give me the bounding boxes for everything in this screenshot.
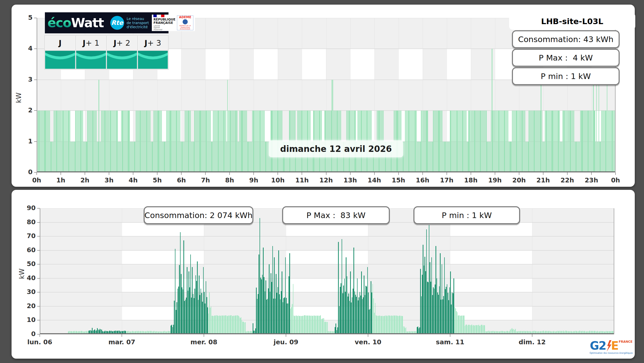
bar — [428, 142, 429, 172]
bar — [199, 111, 200, 172]
bar — [575, 142, 576, 172]
bar — [235, 315, 236, 334]
bar — [289, 276, 289, 334]
bar — [103, 111, 103, 172]
tab-j1[interactable]: J + 1 — [76, 36, 106, 69]
bar — [257, 111, 257, 172]
bar — [426, 229, 427, 334]
bar — [62, 111, 63, 172]
x-tick-label: ven. 10 — [355, 338, 381, 346]
bar — [264, 111, 265, 172]
bar — [120, 142, 120, 172]
bar — [123, 111, 123, 172]
bar — [247, 142, 248, 172]
bar — [176, 111, 176, 172]
bar — [371, 292, 372, 334]
bar — [169, 111, 169, 172]
bar — [43, 111, 44, 172]
bar — [37, 111, 38, 172]
bar — [216, 111, 216, 172]
bar — [376, 315, 377, 334]
bar — [543, 142, 544, 172]
bar — [49, 111, 50, 172]
bar — [360, 292, 360, 334]
rte-tagline: Le réseau de transport d'électricité — [127, 17, 149, 29]
bar — [456, 311, 457, 334]
bar — [476, 111, 476, 172]
day-tabs: J J + 1 J + 2 J + 3 — [44, 35, 169, 70]
bar — [378, 316, 378, 334]
bar — [184, 301, 185, 334]
bar — [602, 111, 602, 172]
republique-francaise-logo: RÉPUBLIQUEFRANÇAISE LibertéÉgalitéFrater… — [152, 15, 195, 31]
weekly-pmin-stat: P min : 1 kW — [413, 206, 520, 224]
g2e-logo-text: G2 — [590, 340, 606, 351]
bar — [379, 316, 380, 334]
bar — [469, 325, 470, 334]
bar — [383, 316, 383, 334]
bar — [83, 142, 84, 172]
bar — [163, 142, 163, 172]
bar — [314, 316, 315, 334]
bar — [260, 111, 261, 172]
tab-j[interactable]: J — [45, 36, 75, 69]
ecowatt-logo-eco: éco — [47, 15, 71, 30]
x-tick-label: 21h — [537, 176, 550, 184]
bar — [102, 111, 102, 172]
bar — [89, 111, 90, 172]
bar — [115, 111, 115, 172]
bar — [481, 325, 482, 334]
bar — [461, 111, 462, 172]
y-tick-label: 1 — [15, 138, 33, 145]
bar — [407, 111, 408, 172]
bar — [562, 142, 562, 172]
bar — [97, 142, 97, 172]
bar — [571, 111, 572, 172]
bar — [442, 111, 442, 172]
bar — [433, 287, 434, 334]
bar — [478, 111, 479, 172]
bar — [77, 111, 77, 172]
bar — [240, 111, 241, 172]
bar — [493, 111, 494, 172]
bar — [473, 325, 474, 334]
bar — [266, 142, 266, 172]
bar — [470, 111, 471, 172]
bar — [504, 111, 504, 172]
bar — [260, 278, 261, 334]
bar — [403, 142, 404, 172]
bar — [419, 142, 419, 172]
bar — [86, 142, 86, 172]
x-tick-label: 11h — [295, 176, 309, 184]
bar — [468, 325, 469, 334]
bar — [466, 111, 467, 172]
bar — [193, 142, 194, 172]
bar — [56, 111, 56, 172]
bar — [460, 111, 461, 172]
tab-j2[interactable]: J + 2 — [107, 36, 137, 69]
bar — [171, 325, 172, 334]
bar — [425, 271, 426, 334]
bar — [600, 142, 601, 172]
bar — [465, 325, 466, 334]
bar — [71, 142, 72, 172]
bar — [449, 287, 450, 334]
bar — [448, 142, 448, 172]
bar — [194, 289, 195, 334]
bar — [373, 298, 374, 334]
bar — [441, 300, 441, 334]
tab-j3[interactable]: J + 3 — [138, 36, 168, 69]
bar — [500, 111, 500, 172]
bar — [421, 296, 422, 334]
bar — [432, 142, 433, 172]
bar — [261, 279, 262, 334]
bar — [49, 111, 49, 172]
bar — [516, 111, 516, 172]
bar — [374, 313, 375, 334]
bar — [257, 299, 258, 334]
bar — [340, 287, 341, 334]
bar — [365, 295, 365, 334]
bar — [612, 111, 613, 172]
bar — [106, 111, 106, 172]
x-tick-label: 15h — [392, 176, 405, 184]
